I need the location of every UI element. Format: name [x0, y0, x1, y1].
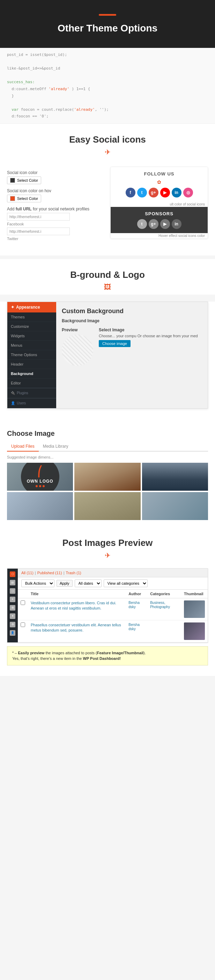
dot-1 — [36, 485, 38, 487]
sidebar-item-customize[interactable]: Customize — [7, 322, 56, 331]
sponsors-section: SPONSORS t g+ ▶ in — [111, 207, 208, 233]
all-dates-select[interactable]: All dates — [75, 579, 101, 587]
google-plus-icon[interactable]: g+ — [149, 188, 158, 197]
select-color-button-1[interactable]: Select Color — [7, 177, 41, 184]
dash: – — [15, 651, 18, 655]
posts-table-header: Title Author Categories Thumbnail — [18, 590, 208, 598]
sidebar-item-themes[interactable]: Themes — [7, 312, 56, 322]
image-cell-2[interactable] — [74, 463, 140, 491]
wp-admin-wrapper: ✦ Appearance Themes Customize Widgets Me… — [7, 302, 208, 409]
easily-preview-text: Easily preview — [18, 651, 45, 655]
image-cell-6[interactable] — [142, 492, 208, 520]
facebook-url-input[interactable] — [7, 213, 70, 221]
users-label[interactable]: Users — [17, 401, 26, 405]
image-cell-4[interactable] — [7, 492, 73, 520]
sidebar-icon-1: ⬡ — [10, 571, 15, 577]
sidebar-item-editor[interactable]: Editor — [7, 379, 56, 388]
appearance-sidebar-header: ✦ Appearance — [7, 302, 56, 312]
sponsor-twitter-icon[interactable]: t — [137, 219, 147, 229]
hover-color-note: Hover effect social icons color — [111, 233, 208, 239]
twitter-url-input[interactable] — [7, 228, 70, 235]
attached-text: the images attached to posts ( — [44, 651, 97, 655]
row2-title-link[interactable]: Phasellus consectetuer vestibulum elit. … — [31, 623, 121, 632]
row2-title: Phasellus consectetuer vestibulum elit. … — [28, 620, 126, 642]
choose-image-button[interactable]: Choose image — [99, 340, 131, 347]
own-logo-text: OWN LOGO — [27, 479, 54, 484]
row2-check[interactable] — [21, 622, 25, 627]
sidebar-icon-4: ≡ — [10, 597, 15, 602]
bground-section-title: B-ground & Logo — [7, 269, 208, 280]
row2-author-link[interactable]: Bersha dsky — [128, 623, 140, 631]
follow-us-title: FOLLOW US — [116, 171, 202, 177]
view-all-select[interactable]: View all categories — [104, 579, 148, 587]
sponsors-icons-row: t g+ ▶ in — [116, 219, 202, 229]
follow-us-section: FOLLOW US ✿ f t g+ ▶ in ◎ — [111, 167, 208, 202]
follow-divider: ✿ — [116, 179, 202, 185]
wand-icon: ✦ — [11, 305, 14, 310]
row1-title-link[interactable]: Vestibulum consectetur pretium libero. C… — [31, 601, 116, 610]
wp-admin-sidebar: ✦ Appearance Themes Customize Widgets Me… — [7, 302, 56, 408]
table-row: Vestibulum consectetur pretium libero. C… — [18, 598, 208, 620]
sidebar-item-header[interactable]: Header — [7, 360, 56, 369]
trash-filter[interactable]: Trash (1) — [66, 571, 81, 575]
preview-group: Preview — [62, 328, 93, 366]
row1-categories-value: Business, Photography — [150, 601, 170, 609]
close-paren: ). — [144, 651, 146, 655]
hero-title: Other Theme Options — [7, 23, 208, 34]
apply-button[interactable]: Apply — [57, 580, 73, 587]
select-image-label: Select Image — [99, 328, 202, 332]
bground-icon: 🖼 — [7, 283, 208, 291]
select-color-label-1: Select Color — [17, 178, 38, 183]
sidebar-item-widgets[interactable]: Widgets — [7, 331, 56, 341]
row1-checkbox — [18, 598, 28, 620]
default-color-note: ult color of social icons — [111, 202, 208, 207]
image-cell-1[interactable]: ⎛ OWN LOGO — [7, 463, 73, 491]
post-images-title: Post Images Preview — [7, 538, 208, 548]
sidebar-icon-3: ◻ — [10, 588, 15, 594]
sponsor-linkedin-icon[interactable]: in — [172, 219, 182, 229]
wp-posts-wrapper: ⬡ ▤ ◻ ≡ ⊞ ✦ ⚙ 👤 All (11) | Published (11… — [7, 568, 208, 643]
facebook-icon[interactable]: f — [126, 188, 136, 197]
dot-2 — [39, 485, 41, 487]
twitter-icon[interactable]: t — [137, 188, 147, 197]
posts-layout: ⬡ ▤ ◻ ≡ ⊞ ✦ ⚙ 👤 All (11) | Published (11… — [7, 569, 208, 643]
social-widget-preview: FOLLOW US ✿ f t g+ ▶ in ◎ ult color of s… — [110, 167, 208, 239]
row1-author-link[interactable]: Bersha dsky — [128, 601, 140, 609]
sidebar-icon-8: 👤 — [10, 630, 15, 636]
sponsor-google-icon[interactable]: g+ — [149, 219, 158, 229]
suggested-dimensions: Suggested image dimens... — [7, 455, 208, 459]
row1-categories: Business, Photography — [147, 598, 181, 620]
published-filter[interactable]: Published (11) — [37, 571, 62, 575]
sidebar-item-menus[interactable]: Menus — [7, 341, 56, 350]
own-logo-icon: ⎛ — [37, 466, 43, 477]
row2-thumbnail — [181, 620, 208, 642]
plugins-icon: 🔌 — [11, 391, 15, 395]
image-cell-5[interactable] — [74, 492, 140, 520]
all-filter[interactable]: All (11) — [21, 571, 33, 575]
tab-media-library[interactable]: Media Library — [39, 442, 73, 451]
row2-categories — [147, 620, 181, 642]
footer-note: * – Easily preview the images attached t… — [7, 646, 208, 665]
sidebar-plugins-divider: 🔌 Plugins — [7, 388, 56, 398]
tab-upload-files[interactable]: Upload Files — [7, 442, 39, 452]
sidebar-item-theme-options[interactable]: Theme Options — [7, 350, 56, 360]
sidebar-item-background[interactable]: Background — [7, 369, 56, 379]
image-cell-3[interactable] — [142, 463, 208, 491]
row1-thumbnail — [181, 598, 208, 620]
row1-check[interactable] — [21, 600, 25, 605]
image-grid: ⎛ OWN LOGO — [7, 463, 208, 520]
select-image-group: Select Image Choose... your compu Or cho… — [99, 328, 202, 347]
select-color-button-2[interactable]: Select Color — [7, 195, 41, 202]
choose-image-title: Choose Image — [7, 430, 208, 438]
facebook-label: Facebook — [7, 222, 103, 226]
youtube-icon[interactable]: ▶ — [160, 188, 170, 197]
linkedin-icon[interactable]: in — [172, 188, 182, 197]
hero-section: Other Theme Options — [0, 0, 215, 48]
bulk-actions-select[interactable]: Bulk Actions — [21, 579, 54, 587]
plugins-label[interactable]: Plugins — [17, 391, 28, 395]
col-categories: Categories — [147, 590, 181, 598]
sponsor-youtube-icon[interactable]: ▶ — [160, 219, 170, 229]
social-section-title: Easy Social icons — [7, 134, 208, 145]
posts-table: Title Author Categories Thumbnail — [18, 590, 208, 643]
dribbble-icon[interactable]: ◎ — [183, 188, 193, 197]
